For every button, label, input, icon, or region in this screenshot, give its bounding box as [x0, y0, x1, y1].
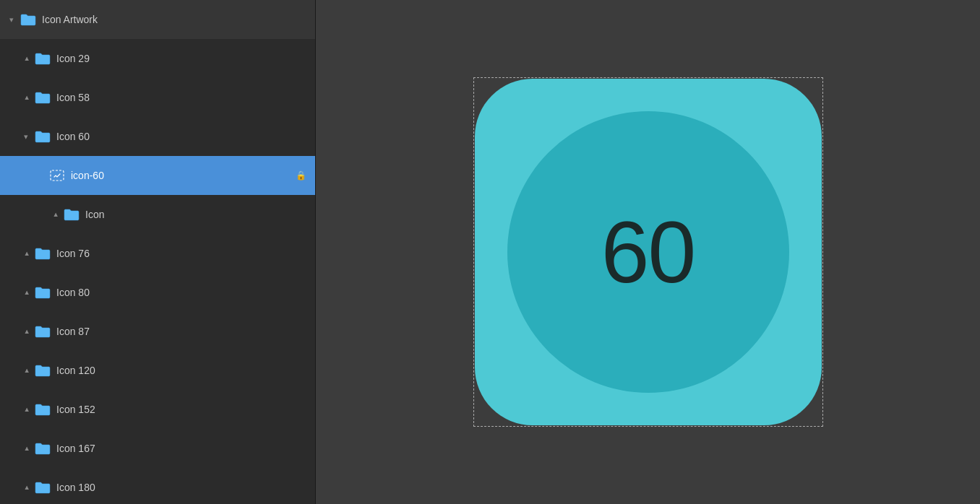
sidebar: ▾ Icon Artwork ▸ Icon 29 ▸ Icon 58 ▾	[0, 0, 316, 504]
folder-icon	[35, 247, 51, 260]
artboard-container: 60	[475, 79, 822, 425]
sidebar-item-label: Icon 120	[56, 365, 306, 376]
sidebar-item-icon-87[interactable]: ▸ Icon 87	[0, 312, 315, 351]
sidebar-item-label: Icon	[85, 209, 306, 220]
sidebar-item-icon-58[interactable]: ▸ Icon 58	[0, 78, 315, 117]
sidebar-item-label: Icon 60	[56, 131, 306, 142]
sidebar-item-icon-152[interactable]: ▸ Icon 152	[0, 390, 315, 429]
chevron-icon: ▸	[20, 53, 32, 64]
sidebar-item-icon-180[interactable]: ▸ Icon 180	[0, 468, 315, 504]
sidebar-item-label: Icon 58	[56, 92, 306, 103]
sidebar-item-icon-60[interactable]: ▾ Icon 60	[0, 117, 315, 156]
chevron-icon: ▸	[20, 482, 32, 493]
lock-icon: 🔒	[296, 170, 306, 181]
sidebar-item-icon-29[interactable]: ▸ Icon 29	[0, 39, 315, 78]
sidebar-item-icon-artwork[interactable]: ▾ Icon Artwork	[0, 0, 315, 39]
folder-icon	[35, 286, 51, 299]
sidebar-item-label: Icon 29	[56, 53, 306, 64]
sidebar-item-label: Icon 87	[56, 326, 306, 337]
sidebar-item-label: Icon 152	[56, 404, 306, 415]
folder-icon	[35, 481, 51, 494]
sidebar-item-icon-60-layer[interactable]: icon-60 🔒	[0, 156, 315, 195]
chevron-icon: ▾	[6, 14, 17, 25]
chevron-icon: ▾	[20, 131, 32, 142]
folder-icon	[64, 208, 79, 221]
sidebar-item-label: Icon 80	[56, 287, 306, 298]
sidebar-item-label: Icon Artwork	[42, 14, 306, 25]
svg-rect-0	[51, 170, 64, 181]
folder-icon	[20, 13, 36, 26]
chevron-icon: ▸	[20, 365, 32, 376]
chevron-icon: ▸	[20, 404, 32, 415]
artboard-number: 60	[601, 202, 695, 302]
chevron-icon: ▸	[20, 326, 32, 337]
folder-icon	[35, 130, 51, 143]
folder-icon	[35, 403, 51, 416]
folder-icon	[35, 325, 51, 338]
chevron-icon: ▸	[20, 287, 32, 298]
chevron-icon: ▸	[20, 248, 32, 259]
sidebar-item-icon-167[interactable]: ▸ Icon 167	[0, 429, 315, 468]
chevron-icon: ▸	[20, 443, 32, 454]
folder-icon	[35, 91, 51, 104]
sidebar-item-label: icon-60	[71, 170, 296, 181]
sidebar-item-icon-76[interactable]: ▸ Icon 76	[0, 234, 315, 273]
sidebar-item-label: Icon 76	[56, 248, 306, 259]
folder-icon	[35, 364, 51, 377]
canvas-area: 60	[316, 0, 980, 504]
folder-icon	[35, 442, 51, 455]
chevron-icon: ▸	[20, 92, 32, 103]
artboard-layer-icon	[49, 169, 65, 182]
sidebar-item-label: Icon 180	[56, 482, 306, 493]
chevron-placeholder	[35, 170, 46, 181]
sidebar-item-icon-sub[interactable]: ▸ Icon	[0, 195, 315, 234]
sidebar-item-label: Icon 167	[56, 443, 306, 454]
artboard-inner-circle: 60	[507, 111, 789, 393]
sidebar-item-icon-80[interactable]: ▸ Icon 80	[0, 273, 315, 312]
chevron-icon: ▸	[49, 209, 61, 220]
sidebar-item-icon-120[interactable]: ▸ Icon 120	[0, 351, 315, 390]
folder-icon	[35, 52, 51, 65]
artboard: 60	[475, 79, 822, 425]
